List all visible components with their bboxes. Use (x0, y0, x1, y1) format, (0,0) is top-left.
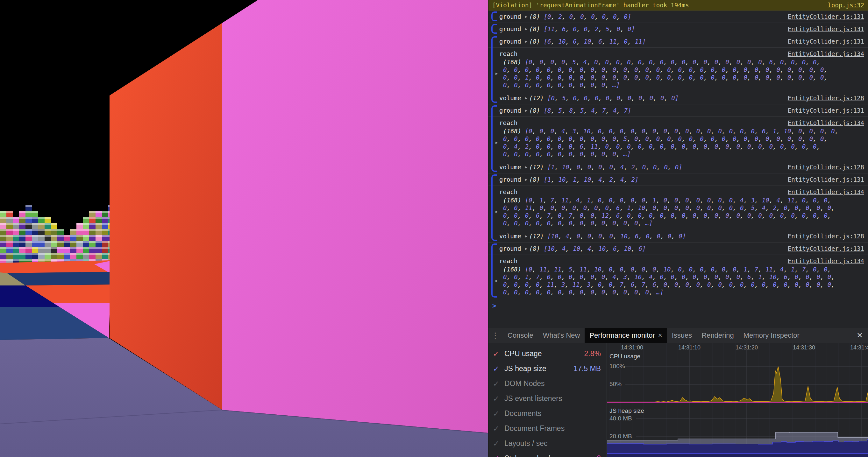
log-label: volume (499, 163, 521, 171)
console-messages: ground▶(8) [0, 2, 0, 0, 0, 0, 0, 0]Entit… (489, 10, 868, 299)
checkmark-icon: ✓ (493, 350, 504, 358)
expand-triangle-icon[interactable]: ▶ (525, 107, 527, 114)
console-row: reachEntityCollider.js:134▶(168) [0, 11,… (489, 255, 868, 299)
metric-toggle-dom-nodes[interactable]: ✓DOM Nodes (489, 376, 607, 391)
source-link[interactable]: EntityCollider.js:131 (788, 13, 864, 20)
devtools-drawer: ⋮ ConsoleWhat's NewPerformance monitor×I… (489, 328, 868, 457)
console-group: ground▶(8) [10, 4, 10, 4, 10, 6, 10, 6]E… (489, 242, 868, 299)
expand-triangle-icon[interactable]: ▶ (525, 13, 527, 20)
performance-monitor: ✓CPU usage2.8%✓JS heap size17.5 MB✓DOM N… (489, 343, 868, 457)
log-label: volume (499, 232, 521, 240)
source-link[interactable]: EntityCollider.js:134 (788, 119, 864, 127)
expand-triangle-icon[interactable]: ▶ (495, 70, 498, 77)
log-label: ground (499, 38, 521, 45)
checkmark-icon: ✓ (493, 454, 504, 457)
source-link[interactable]: EntityCollider.js:128 (788, 232, 864, 240)
console-group: ground▶(8) [8, 5, 8, 5, 4, 7, 4, 7]Entit… (489, 104, 868, 173)
expand-triangle-icon[interactable]: ▶ (495, 139, 498, 146)
violation-source-link[interactable]: loop.js:32 (828, 2, 864, 9)
array-preview: (8) [8, 5, 8, 5, 4, 7, 4, 7] (529, 107, 631, 114)
checkmark-icon: ✓ (493, 409, 504, 418)
console-panel: [Violation] 'requestAnimationFrame' hand… (489, 0, 868, 328)
expand-triangle-icon[interactable]: ▶ (525, 245, 527, 252)
monitor-charts: 14:31:0014:31:1014:31:2014:31:3014:31:40… (607, 343, 868, 457)
metric-toggle-documents[interactable]: ✓Documents (489, 406, 607, 421)
tab-close-icon[interactable]: × (658, 331, 662, 339)
source-link[interactable]: EntityCollider.js:134 (788, 50, 864, 58)
tab-rendering[interactable]: Rendering (697, 328, 739, 343)
violation-text: [Violation] 'requestAnimationFrame' hand… (492, 2, 689, 9)
expand-triangle-icon[interactable]: ▶ (495, 277, 498, 285)
source-link[interactable]: EntityCollider.js:131 (788, 245, 864, 252)
console-group: ground▶(8) [6, 10, 6, 10, 6, 11, 0, 11]E… (489, 35, 868, 104)
log-label: reach (499, 188, 518, 196)
source-link[interactable]: EntityCollider.js:134 (788, 188, 864, 196)
source-link[interactable]: EntityCollider.js:131 (788, 107, 864, 114)
log-label: ground (499, 25, 521, 33)
log-label: ground (499, 176, 521, 183)
array-block: ▶(168) [0, 0, 0, 4, 3, 10, 0, 0, 0, 0, 0… (499, 127, 864, 159)
log-label: ground (499, 107, 521, 114)
metric-toggle-style-recalcs-sec[interactable]: ✓Style recalcs / sec0 (489, 451, 607, 457)
tab-performance-monitor[interactable]: Performance monitor× (585, 328, 667, 343)
tab-label: Console (507, 331, 533, 339)
log-label: reach (499, 50, 518, 58)
svg-text:40.0 MB: 40.0 MB (610, 415, 632, 422)
console-row: ground▶(8) [0, 2, 0, 0, 0, 0, 0, 0]Entit… (489, 10, 868, 23)
metric-toggle-js-event-listeners[interactable]: ✓JS event listeners (489, 391, 607, 406)
perf-chart-svg: 14:31:0014:31:1014:31:2014:31:3014:31:40… (607, 343, 868, 457)
tab-issues[interactable]: Issues (667, 328, 697, 343)
source-link[interactable]: EntityCollider.js:128 (788, 94, 864, 102)
source-link[interactable]: EntityCollider.js:134 (788, 257, 864, 265)
array-preview: (8) [10, 4, 10, 4, 10, 6, 10, 6] (529, 245, 646, 252)
metric-label: JS event listeners (504, 394, 562, 403)
devtools-panel: [Violation] 'requestAnimationFrame' hand… (488, 0, 868, 457)
console-violation-row: [Violation] 'requestAnimationFrame' hand… (489, 0, 868, 10)
console-input-row[interactable]: > (489, 299, 868, 313)
source-link[interactable]: EntityCollider.js:131 (788, 38, 864, 45)
metric-toggle-layouts-sec[interactable]: ✓Layouts / sec (489, 436, 607, 451)
expand-triangle-icon[interactable]: ▶ (525, 38, 527, 45)
log-label: ground (499, 245, 521, 252)
metric-label: Document Frames (504, 424, 564, 433)
metric-label: JS heap size (504, 364, 547, 373)
metric-toggle-js-heap-size[interactable]: ✓JS heap size17.5 MB (489, 361, 607, 376)
more-tools-menu-icon[interactable]: ⋮ (489, 332, 503, 339)
console-prompt-icon: > (492, 302, 496, 309)
tab-label: Issues (672, 331, 692, 339)
expand-triangle-icon[interactable]: ▶ (525, 94, 527, 102)
array-preview: (12) [0, 5, 0, 0, 0, 0, 0, 0, 0, 0, 0, 0… (529, 94, 679, 102)
tab-label: What's New (543, 331, 580, 339)
tab-memory-inspector[interactable]: Memory Inspector (739, 328, 804, 343)
metric-toggle-document-frames[interactable]: ✓Document Frames (489, 421, 607, 436)
tab-console[interactable]: Console (503, 328, 538, 343)
console-row: volume▶(12) [0, 5, 0, 0, 0, 0, 0, 0, 0, … (489, 92, 868, 104)
source-link[interactable]: EntityCollider.js:128 (788, 163, 864, 171)
log-label: ground (499, 13, 521, 20)
tab-what-s-new[interactable]: What's New (538, 328, 585, 343)
console-row: volume▶(12) [1, 10, 0, 0, 0, 0, 4, 2, 0,… (489, 161, 868, 173)
expand-triangle-icon[interactable]: ▶ (495, 208, 498, 216)
expand-triangle-icon[interactable]: ▶ (525, 176, 527, 183)
console-row: reachEntityCollider.js:134▶(168) [0, 1, … (489, 186, 868, 230)
svg-text:50%: 50% (610, 381, 622, 387)
source-link[interactable]: EntityCollider.js:131 (788, 25, 864, 33)
svg-text:14:31:10: 14:31:10 (678, 344, 701, 351)
metric-label: Documents (504, 409, 541, 418)
metric-label: Style recalcs / sec (504, 454, 563, 457)
metric-label: CPU usage (504, 350, 542, 358)
console-group: ground▶(8) [1, 10, 1, 10, 4, 2, 4, 2]Ent… (489, 173, 868, 242)
source-link[interactable]: EntityCollider.js:131 (788, 176, 864, 183)
expand-triangle-icon[interactable]: ▶ (525, 232, 527, 240)
tab-label: Memory Inspector (744, 331, 800, 339)
checkmark-icon: ✓ (493, 439, 504, 448)
console-row: ground▶(8) [1, 10, 1, 10, 4, 2, 4, 2]Ent… (489, 173, 868, 186)
expand-triangle-icon[interactable]: ▶ (525, 163, 527, 171)
array-preview: (12) [1, 10, 0, 0, 0, 0, 4, 2, 0, 0, 0, … (529, 163, 682, 171)
expand-triangle-icon[interactable]: ▶ (525, 25, 527, 33)
metric-toggle-cpu-usage[interactable]: ✓CPU usage2.8% (489, 346, 607, 361)
array-block: ▶(168) [0, 11, 11, 5, 11, 10, 0, 0, 0, 0… (499, 265, 864, 297)
drawer-close-icon[interactable]: ✕ (851, 331, 868, 340)
svg-text:14:31:00: 14:31:00 (621, 344, 643, 351)
game-viewport[interactable] (0, 0, 488, 457)
